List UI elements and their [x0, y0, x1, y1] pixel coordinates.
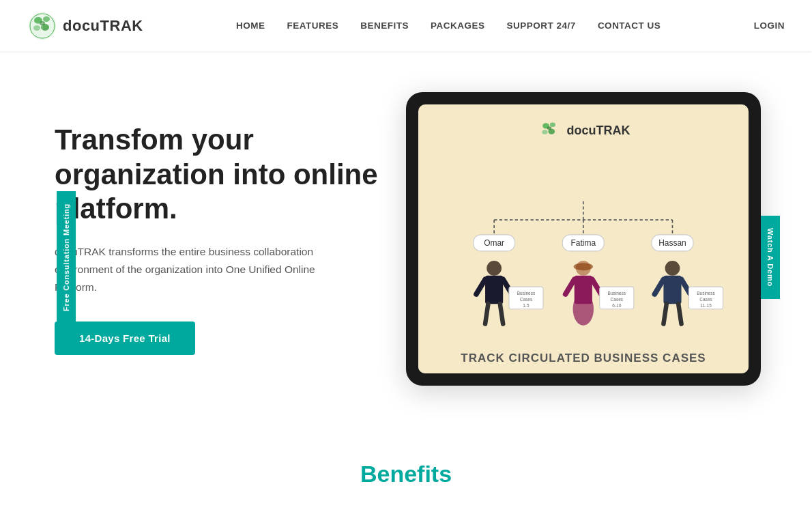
hero-title: Transfom your organization into online p…: [55, 123, 396, 226]
header: docuTRAK HOME FEATURES BENEFITS PACKAGES…: [0, 0, 812, 51]
nav-home[interactable]: HOME: [236, 20, 265, 31]
svg-text:11-15: 11-15: [700, 303, 712, 308]
svg-point-13: [547, 126, 551, 130]
tablet-bottom-label: TRACK CIRCULATED BUSINESS CASES: [418, 343, 749, 373]
svg-point-34: [574, 263, 593, 270]
svg-line-26: [500, 304, 503, 324]
logo-icon: [27, 11, 57, 41]
svg-text:Cases: Cases: [611, 297, 624, 302]
svg-point-5: [33, 25, 40, 31]
svg-point-12: [542, 130, 547, 134]
svg-text:6-10: 6-10: [612, 303, 621, 308]
svg-point-10: [549, 123, 555, 128]
svg-rect-46: [664, 276, 682, 304]
svg-line-25: [485, 304, 488, 324]
logo-text: docuTRAK: [63, 17, 143, 35]
svg-line-50: [678, 304, 681, 324]
svg-text:Fatima: Fatima: [571, 238, 596, 248]
hero-content: Transfom your organization into online p…: [55, 123, 396, 354]
tablet-logo-icon: [537, 118, 562, 143]
demo-tab[interactable]: Watch A Demo: [761, 216, 780, 299]
svg-line-23: [476, 279, 485, 294]
trial-button[interactable]: 14-Days Free Trial: [55, 322, 195, 355]
svg-line-47: [655, 279, 664, 294]
tablet-mockup: docuTRAK: [406, 92, 761, 386]
svg-rect-22: [485, 276, 503, 304]
nav-support[interactable]: SUPPORT 24/7: [507, 20, 576, 31]
svg-point-21: [487, 261, 502, 276]
nav-packages[interactable]: PACKAGES: [431, 20, 485, 31]
svg-point-38: [573, 293, 594, 326]
svg-text:Business: Business: [517, 291, 536, 296]
svg-text:Cases: Cases: [520, 297, 533, 302]
benefits-title: Benefits: [27, 461, 785, 487]
org-chart: Omar Business Cases 1-5: [435, 148, 732, 373]
nav-contact[interactable]: CONTACT US: [598, 20, 661, 31]
svg-text:Cases: Cases: [699, 297, 712, 302]
main-nav: HOME FEATURES BENEFITS PACKAGES SUPPORT …: [236, 20, 661, 31]
svg-text:Omar: Omar: [484, 238, 504, 248]
tablet-logo: docuTRAK: [537, 118, 630, 143]
nav-benefits[interactable]: BENEFITS: [360, 20, 409, 31]
hero-section: Transfom your organization into online p…: [0, 51, 812, 427]
tablet-logo-text: docuTRAK: [567, 124, 630, 138]
svg-line-49: [664, 304, 667, 324]
tablet-screen: docuTRAK: [418, 104, 749, 373]
svg-line-36: [566, 279, 575, 294]
org-chart-svg: Omar Business Cases 1-5: [435, 148, 732, 373]
login-button[interactable]: LOGIN: [754, 20, 785, 31]
consultation-tab[interactable]: Free Consultation Meeting: [57, 190, 76, 323]
hero-description: docuTRAK transforms the entire business …: [55, 243, 355, 297]
hero-visual: docuTRAK: [396, 92, 771, 386]
svg-text:Business: Business: [608, 291, 626, 296]
svg-text:Hassan: Hassan: [658, 238, 686, 248]
svg-point-3: [43, 16, 50, 22]
logo[interactable]: docuTRAK: [27, 11, 143, 41]
svg-text:1-5: 1-5: [523, 303, 530, 308]
svg-text:Business: Business: [697, 291, 715, 296]
benefits-section: Benefits $: [0, 427, 812, 514]
svg-point-45: [665, 261, 680, 276]
tablet-bottom-text: TRACK CIRCULATED BUSINESS CASES: [461, 352, 706, 365]
nav-features[interactable]: FEATURES: [287, 20, 339, 31]
